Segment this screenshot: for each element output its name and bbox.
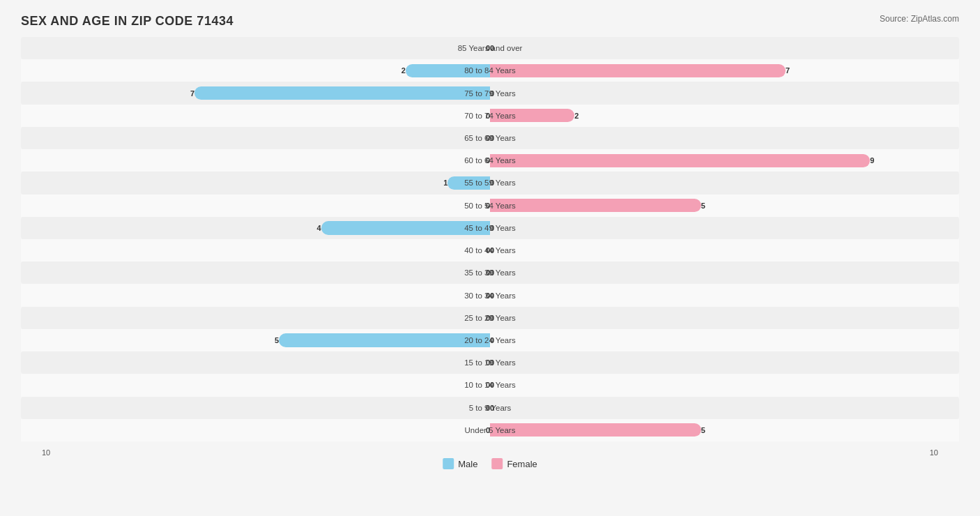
legend-female-label: Female xyxy=(507,459,537,469)
legend-male-label: Male xyxy=(458,459,477,469)
bar-female xyxy=(490,109,574,122)
legend: Male Female xyxy=(443,458,537,469)
chart-row: 35 to 39 Years00 xyxy=(21,261,959,284)
bar-female xyxy=(490,199,701,212)
value-male: 0 xyxy=(486,426,490,434)
legend-female: Female xyxy=(491,458,537,469)
value-male: 0 xyxy=(486,202,490,210)
bar-male xyxy=(279,333,490,347)
axis-label-left: 10 xyxy=(42,448,50,457)
chart-row: 30 to 34 Years00 xyxy=(21,284,959,306)
value-male: 7 xyxy=(190,89,194,98)
value-male: 4 xyxy=(317,224,321,232)
bar-male xyxy=(447,176,490,190)
chart-area: 85 Years and over0080 to 84 Years2775 to… xyxy=(21,37,959,476)
value-female: 0 xyxy=(490,358,494,367)
legend-female-box xyxy=(491,458,503,469)
rows-container: 85 Years and over0080 to 84 Years2775 to… xyxy=(21,37,959,441)
chart-row: 65 to 69 Years00 xyxy=(21,127,959,149)
value-female: 5 xyxy=(701,426,705,434)
chart-row: 5 to 9 Years00 xyxy=(21,397,959,419)
value-female: 0 xyxy=(490,246,494,255)
bar-male xyxy=(321,221,490,234)
value-male: 0 xyxy=(486,156,490,165)
bar-female xyxy=(490,154,870,167)
value-female: 7 xyxy=(786,66,790,75)
value-female: 9 xyxy=(870,156,874,165)
value-male: 1 xyxy=(443,179,447,187)
chart-row: 70 to 74 Years02 xyxy=(21,105,959,127)
chart-row: 50 to 54 Years05 xyxy=(21,195,959,217)
value-female: 0 xyxy=(490,268,494,277)
axis-label-right: 10 xyxy=(930,448,938,457)
value-female: 0 xyxy=(490,336,494,344)
value-male: 5 xyxy=(275,336,279,344)
value-female: 0 xyxy=(490,404,494,412)
bar-female xyxy=(490,423,701,437)
value-female: 5 xyxy=(701,202,705,210)
chart-row: 75 to 79 Years70 xyxy=(21,82,959,104)
value-female: 0 xyxy=(490,314,494,322)
value-male: 0 xyxy=(486,112,490,120)
value-female: 0 xyxy=(490,381,494,389)
value-female: 0 xyxy=(490,134,494,142)
chart-row: Under 5 Years05 xyxy=(21,419,959,441)
chart-row: 40 to 44 Years00 xyxy=(21,239,959,261)
value-male: 2 xyxy=(401,66,406,75)
chart-title: SEX AND AGE IN ZIP CODE 71434 xyxy=(21,14,959,29)
chart-row: 20 to 24 Years50 xyxy=(21,329,959,351)
value-female: 0 xyxy=(490,89,494,98)
chart-row: 25 to 29 Years00 xyxy=(21,307,959,329)
value-female: 0 xyxy=(490,44,494,52)
chart-row: 85 Years and over00 xyxy=(21,37,959,59)
value-female: 0 xyxy=(490,291,494,300)
chart-row: 60 to 64 Years09 xyxy=(21,149,959,172)
value-female: 2 xyxy=(574,112,579,120)
chart-container: SEX AND AGE IN ZIP CODE 71434 Source: Zi… xyxy=(0,0,980,516)
bar-male xyxy=(406,64,490,77)
bar-male xyxy=(194,86,490,100)
legend-male: Male xyxy=(443,458,477,469)
chart-row: 10 to 14 Years00 xyxy=(21,374,959,396)
bar-female xyxy=(490,64,786,77)
chart-row: 15 to 19 Years00 xyxy=(21,351,959,374)
value-female: 0 xyxy=(490,224,494,232)
chart-row: 55 to 59 Years10 xyxy=(21,172,959,194)
value-female: 0 xyxy=(490,179,494,187)
chart-row: 80 to 84 Years27 xyxy=(21,59,959,82)
source-label: Source: ZipAtlas.com xyxy=(880,14,959,24)
legend-male-box xyxy=(443,458,454,469)
chart-row: 45 to 49 Years40 xyxy=(21,217,959,239)
